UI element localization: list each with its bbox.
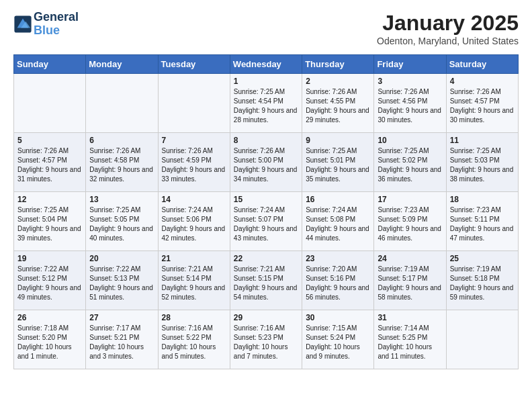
day-number: 3 (378, 77, 442, 86)
day-number: 23 (306, 254, 370, 263)
day-number: 19 (17, 254, 82, 263)
calendar-table: SundayMondayTuesdayWednesdayThursdayFrid… (13, 54, 519, 369)
day-info: Sunrise: 7:25 AMSunset: 5:05 PMDaylight:… (89, 205, 154, 243)
calendar-cell: 1Sunrise: 7:25 AMSunset: 4:54 PMDaylight… (230, 74, 302, 133)
day-number: 13 (89, 195, 154, 204)
day-number: 25 (450, 254, 515, 263)
day-number: 26 (17, 313, 82, 322)
day-number: 20 (89, 254, 154, 263)
calendar-cell (446, 310, 518, 369)
day-info: Sunrise: 7:18 AMSunset: 5:20 PMDaylight:… (17, 324, 82, 361)
day-info: Sunrise: 7:23 AMSunset: 5:11 PMDaylight:… (450, 205, 515, 243)
day-number: 15 (234, 195, 298, 204)
day-number: 5 (17, 136, 82, 145)
day-info: Sunrise: 7:22 AMSunset: 5:13 PMDaylight:… (89, 265, 154, 302)
day-number: 27 (89, 313, 154, 322)
day-info: Sunrise: 7:16 AMSunset: 5:23 PMDaylight:… (234, 324, 298, 361)
day-number: 10 (378, 136, 442, 145)
calendar-cell: 25Sunrise: 7:19 AMSunset: 5:18 PMDayligh… (446, 251, 518, 310)
day-number: 18 (450, 195, 515, 204)
day-info: Sunrise: 7:15 AMSunset: 5:24 PMDaylight:… (306, 324, 370, 361)
calendar-cell: 3Sunrise: 7:26 AMSunset: 4:56 PMDaylight… (374, 74, 446, 133)
day-number: 2 (306, 77, 370, 86)
day-info: Sunrise: 7:21 AMSunset: 5:14 PMDaylight:… (162, 265, 226, 302)
calendar-cell: 26Sunrise: 7:18 AMSunset: 5:20 PMDayligh… (14, 310, 86, 369)
calendar-cell (14, 74, 86, 133)
day-info: Sunrise: 7:23 AMSunset: 5:09 PMDaylight:… (378, 205, 442, 243)
day-info: Sunrise: 7:26 AMSunset: 4:57 PMDaylight:… (450, 87, 515, 125)
location: Odenton, Maryland, United States (377, 36, 519, 46)
calendar-cell: 24Sunrise: 7:19 AMSunset: 5:17 PMDayligh… (374, 251, 446, 310)
day-number: 30 (306, 313, 370, 322)
day-info: Sunrise: 7:20 AMSunset: 5:16 PMDaylight:… (306, 265, 370, 302)
day-number: 4 (450, 77, 515, 86)
calendar-cell: 18Sunrise: 7:23 AMSunset: 5:11 PMDayligh… (446, 192, 518, 251)
day-number: 21 (162, 254, 226, 263)
day-number: 1 (234, 77, 298, 86)
title-block: January 2025 Odenton, Maryland, United S… (377, 11, 519, 46)
calendar-cell: 2Sunrise: 7:26 AMSunset: 4:55 PMDaylight… (302, 74, 374, 133)
weekday-header-wednesday: Wednesday (230, 55, 302, 74)
weekday-header-row: SundayMondayTuesdayWednesdayThursdayFrid… (14, 55, 519, 74)
calendar-cell (158, 74, 230, 133)
day-number: 7 (162, 136, 226, 145)
day-info: Sunrise: 7:16 AMSunset: 5:22 PMDaylight:… (162, 324, 226, 361)
calendar-cell: 28Sunrise: 7:16 AMSunset: 5:22 PMDayligh… (158, 310, 230, 369)
calendar-cell: 6Sunrise: 7:26 AMSunset: 4:58 PMDaylight… (86, 133, 158, 192)
calendar-week-2: 5Sunrise: 7:26 AMSunset: 4:57 PMDaylight… (14, 133, 519, 192)
day-number: 9 (306, 136, 370, 145)
logo-text: General Blue (34, 11, 79, 38)
calendar-cell: 9Sunrise: 7:25 AMSunset: 5:01 PMDaylight… (302, 133, 374, 192)
day-info: Sunrise: 7:26 AMSunset: 4:58 PMDaylight:… (89, 146, 154, 184)
day-number: 28 (162, 313, 226, 322)
month-title: January 2025 (377, 11, 519, 36)
weekday-header-saturday: Saturday (446, 55, 518, 74)
weekday-header-tuesday: Tuesday (158, 55, 230, 74)
calendar-cell: 5Sunrise: 7:26 AMSunset: 4:57 PMDaylight… (14, 133, 86, 192)
calendar-cell: 15Sunrise: 7:24 AMSunset: 5:07 PMDayligh… (230, 192, 302, 251)
logo-line1: General (34, 11, 79, 24)
day-number: 16 (306, 195, 370, 204)
weekday-header-friday: Friday (374, 55, 446, 74)
day-number: 6 (89, 136, 154, 145)
day-info: Sunrise: 7:17 AMSunset: 5:21 PMDaylight:… (89, 324, 154, 361)
day-info: Sunrise: 7:26 AMSunset: 5:00 PMDaylight:… (234, 146, 298, 184)
calendar-cell: 8Sunrise: 7:26 AMSunset: 5:00 PMDaylight… (230, 133, 302, 192)
calendar-cell: 16Sunrise: 7:24 AMSunset: 5:08 PMDayligh… (302, 192, 374, 251)
day-info: Sunrise: 7:24 AMSunset: 5:07 PMDaylight:… (234, 205, 298, 243)
calendar-cell: 10Sunrise: 7:25 AMSunset: 5:02 PMDayligh… (374, 133, 446, 192)
day-info: Sunrise: 7:26 AMSunset: 4:55 PMDaylight:… (306, 87, 370, 125)
day-number: 8 (234, 136, 298, 145)
day-info: Sunrise: 7:26 AMSunset: 4:59 PMDaylight:… (162, 146, 226, 184)
weekday-header-thursday: Thursday (302, 55, 374, 74)
calendar-cell: 20Sunrise: 7:22 AMSunset: 5:13 PMDayligh… (86, 251, 158, 310)
day-number: 11 (450, 136, 515, 145)
page: General Blue January 2025 Odenton, Maryl… (0, 0, 532, 380)
logo-line2: Blue (34, 24, 60, 37)
day-info: Sunrise: 7:24 AMSunset: 5:08 PMDaylight:… (306, 205, 370, 243)
day-info: Sunrise: 7:21 AMSunset: 5:15 PMDaylight:… (234, 265, 298, 302)
day-number: 29 (234, 313, 298, 322)
calendar-cell: 4Sunrise: 7:26 AMSunset: 4:57 PMDaylight… (446, 74, 518, 133)
calendar-cell: 17Sunrise: 7:23 AMSunset: 5:09 PMDayligh… (374, 192, 446, 251)
calendar-week-5: 26Sunrise: 7:18 AMSunset: 5:20 PMDayligh… (14, 310, 519, 369)
day-number: 22 (234, 254, 298, 263)
calendar-cell: 27Sunrise: 7:17 AMSunset: 5:21 PMDayligh… (86, 310, 158, 369)
calendar-week-4: 19Sunrise: 7:22 AMSunset: 5:12 PMDayligh… (14, 251, 519, 310)
calendar-cell: 29Sunrise: 7:16 AMSunset: 5:23 PMDayligh… (230, 310, 302, 369)
logo: General Blue (13, 11, 79, 38)
calendar-cell (86, 74, 158, 133)
calendar-week-1: 1Sunrise: 7:25 AMSunset: 4:54 PMDaylight… (14, 74, 519, 133)
day-info: Sunrise: 7:25 AMSunset: 5:01 PMDaylight:… (306, 146, 370, 184)
calendar-cell: 30Sunrise: 7:15 AMSunset: 5:24 PMDayligh… (302, 310, 374, 369)
calendar-week-3: 12Sunrise: 7:25 AMSunset: 5:04 PMDayligh… (14, 192, 519, 251)
day-number: 14 (162, 195, 226, 204)
day-number: 24 (378, 254, 442, 263)
calendar-cell: 11Sunrise: 7:25 AMSunset: 5:03 PMDayligh… (446, 133, 518, 192)
day-info: Sunrise: 7:19 AMSunset: 5:17 PMDaylight:… (378, 265, 442, 302)
day-info: Sunrise: 7:14 AMSunset: 5:25 PMDaylight:… (378, 324, 442, 361)
day-info: Sunrise: 7:22 AMSunset: 5:12 PMDaylight:… (17, 265, 82, 302)
calendar-cell: 21Sunrise: 7:21 AMSunset: 5:14 PMDayligh… (158, 251, 230, 310)
day-info: Sunrise: 7:25 AMSunset: 4:54 PMDaylight:… (234, 87, 298, 125)
day-info: Sunrise: 7:26 AMSunset: 4:56 PMDaylight:… (378, 87, 442, 125)
